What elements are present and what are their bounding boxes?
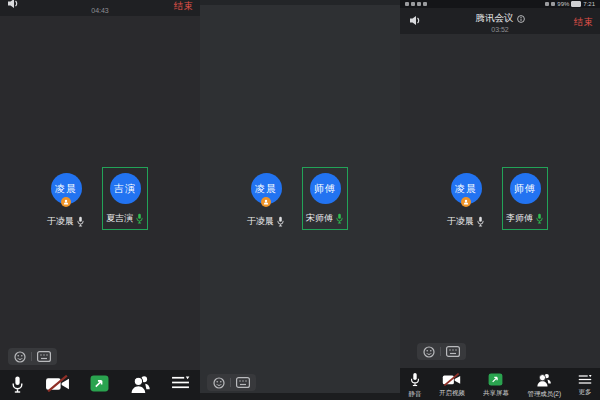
mic-active-icon <box>535 213 544 224</box>
toolbar-label: 静音 <box>408 389 421 398</box>
top-strip <box>200 0 400 5</box>
meeting-header: 腾讯会议 03:52 结束 <box>400 8 600 34</box>
participant-name: 夏吉演 <box>106 212 133 225</box>
avatar-initials: 凌晨 <box>255 182 277 196</box>
quick-actions-pill <box>8 348 57 365</box>
avatar: 师傅 <box>310 173 341 204</box>
status-icons-left <box>405 2 427 6</box>
camera-off-icon <box>442 373 461 386</box>
microphone-icon <box>409 372 421 387</box>
participants-icon <box>130 375 151 394</box>
meeting-screen-1: 腾讯会议 04:43 结束 凌晨 于凌晨 <box>0 0 200 400</box>
participant-name: 于凌晨 <box>247 215 274 228</box>
toolbar-video-button[interactable]: 开启视频 <box>438 373 466 398</box>
mic-icon <box>76 216 85 227</box>
participant-name: 于凌晨 <box>47 215 74 228</box>
toolbar-share-screen-button[interactable]: 共享屏幕 <box>482 373 510 398</box>
emoji-icon[interactable] <box>423 346 435 358</box>
divider <box>230 378 231 387</box>
emoji-icon[interactable] <box>213 377 225 389</box>
avatar: 凌晨 <box>51 173 82 204</box>
avatar-initials: 凌晨 <box>55 182 77 196</box>
mic-icon <box>476 216 485 227</box>
divider <box>440 347 441 356</box>
toolbar-video-button[interactable] <box>45 375 70 392</box>
toolbar-mute-button[interactable]: 静音 <box>408 372 422 399</box>
location-icon <box>545 2 549 6</box>
participant-tile[interactable]: 凌晨 于凌晨 <box>236 173 296 228</box>
wifi-icon <box>411 2 415 6</box>
toolbar-mute-button[interactable] <box>10 375 25 394</box>
battery-icon <box>571 1 581 7</box>
participant-name: 李师傅 <box>506 212 533 225</box>
vibrate-icon <box>405 2 409 6</box>
toolbar-more-button[interactable] <box>171 375 190 390</box>
chat-keyboard-icon[interactable] <box>446 346 460 357</box>
clock-time: 7:21 <box>583 0 595 8</box>
microphone-icon <box>10 375 25 394</box>
participants-icon <box>536 373 552 387</box>
quick-actions-pill <box>417 343 466 360</box>
triple-screenshot-strip: 腾讯会议 04:43 结束 凌晨 于凌晨 <box>0 0 600 400</box>
notification-icon <box>417 2 421 6</box>
avatar: 凌晨 <box>251 173 282 204</box>
signal-icon <box>551 2 555 6</box>
end-meeting-button[interactable]: 结束 <box>574 16 593 29</box>
avatar: 吉演 <box>110 173 141 204</box>
bottom-toolbar <box>0 370 200 400</box>
mic-active-icon <box>135 213 144 224</box>
chat-keyboard-icon[interactable] <box>236 377 250 388</box>
toolbar-label: 管理成员(2) <box>527 389 561 398</box>
quick-actions-pill <box>207 374 256 391</box>
host-badge-icon <box>261 197 271 207</box>
share-screen-icon <box>90 375 109 392</box>
divider <box>31 352 32 361</box>
avatar-initials: 凌晨 <box>455 182 477 196</box>
toolbar-participants-button[interactable] <box>130 375 151 394</box>
avatar: 师傅 <box>510 173 541 204</box>
participant-name: 于凌晨 <box>447 215 474 228</box>
emoji-icon[interactable] <box>14 351 26 363</box>
participant-tile-active-speaker[interactable]: 师傅 宋师傅 <box>302 167 348 230</box>
avatar-initials: 吉演 <box>114 182 136 196</box>
meeting-header: 腾讯会议 04:43 结束 <box>0 0 200 16</box>
end-meeting-button[interactable]: 结束 <box>174 0 193 13</box>
participant-tile-active-speaker[interactable]: 吉演 夏吉演 <box>102 167 148 230</box>
host-badge-icon <box>461 197 471 207</box>
status-icons-right: 99% 7:21 <box>545 0 595 8</box>
info-icon[interactable] <box>517 15 525 23</box>
avatar: 凌晨 <box>451 173 482 204</box>
more-icon <box>578 374 592 385</box>
notification-icon <box>423 2 427 6</box>
chat-keyboard-icon[interactable] <box>37 351 51 362</box>
mic-active-icon <box>335 213 344 224</box>
participant-name: 宋师傅 <box>306 212 333 225</box>
participant-tile-active-speaker[interactable]: 师傅 李师傅 <box>502 167 548 230</box>
meeting-screen-3: 99% 7:21 腾讯会议 03:52 <box>400 0 600 400</box>
toolbar-participants-button[interactable]: 管理成员(2) <box>526 373 563 399</box>
toolbar-share-screen-button[interactable] <box>90 375 109 392</box>
bottom-strip <box>200 393 400 400</box>
camera-off-icon <box>45 375 70 392</box>
avatar-initials: 师傅 <box>314 182 336 196</box>
meeting-timer: 03:52 <box>430 26 570 33</box>
speaker-icon[interactable] <box>409 15 421 26</box>
battery-percent: 99% <box>557 0 569 8</box>
toolbar-more-button[interactable]: 更多 <box>578 374 592 397</box>
meeting-title: 腾讯会议 <box>476 12 514 25</box>
meeting-screen-2: 凌晨 于凌晨 师傅 宋师傅 <box>200 0 400 400</box>
host-badge-icon <box>61 197 71 207</box>
toolbar-label: 更多 <box>579 387 592 396</box>
bottom-toolbar: 静音 开启视频 共享屏幕 <box>400 368 600 400</box>
share-screen-icon <box>488 373 503 386</box>
more-icon <box>171 375 190 390</box>
avatar-initials: 师傅 <box>514 182 536 196</box>
mic-icon <box>276 216 285 227</box>
meeting-title-cropped: 腾讯会议 <box>0 0 200 4</box>
toolbar-label: 共享屏幕 <box>483 388 509 397</box>
status-bar: 99% 7:21 <box>400 0 600 8</box>
meeting-timer: 04:43 <box>0 7 200 14</box>
participant-tile[interactable]: 凌晨 于凌晨 <box>436 173 496 228</box>
participant-tile[interactable]: 凌晨 于凌晨 <box>36 173 96 228</box>
toolbar-label: 开启视频 <box>439 388 465 397</box>
